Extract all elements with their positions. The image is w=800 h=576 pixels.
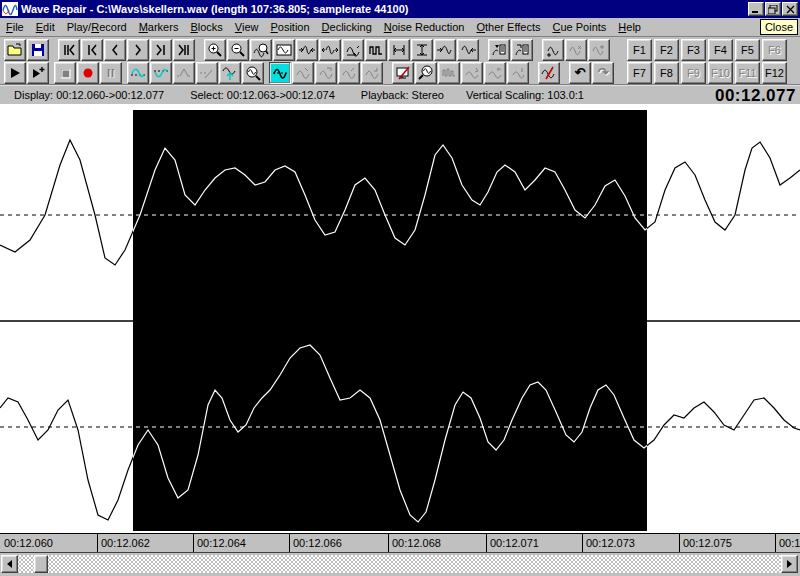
fkey-f10[interactable]: F10 bbox=[708, 62, 733, 84]
noise-tool-1-button[interactable] bbox=[438, 62, 460, 84]
zoom-out-button[interactable] bbox=[227, 39, 249, 61]
wave-tool-2-button[interactable] bbox=[588, 39, 610, 61]
fkey-f3[interactable]: F3 bbox=[681, 39, 706, 61]
goto-block-list-button[interactable] bbox=[488, 39, 510, 61]
noise-tool-3-button[interactable] bbox=[484, 62, 506, 84]
close-file-button[interactable]: Close bbox=[760, 19, 798, 35]
horizontal-scrollbar[interactable] bbox=[1, 555, 798, 573]
wave-below-line-button[interactable] bbox=[150, 62, 172, 84]
fkey-f12[interactable]: F12 bbox=[762, 62, 787, 84]
goto-end-button[interactable] bbox=[173, 39, 195, 61]
noise-grey-icon bbox=[487, 65, 503, 81]
redo-icon: ↷ bbox=[598, 66, 609, 79]
play-button[interactable] bbox=[4, 62, 26, 84]
close-button[interactable] bbox=[782, 2, 798, 16]
mute-wave-button[interactable] bbox=[538, 62, 560, 84]
menu-edit[interactable]: Edit bbox=[30, 19, 61, 35]
repair-tool-2-button[interactable] bbox=[315, 62, 337, 84]
sample-view-button[interactable] bbox=[365, 39, 387, 61]
window-title: Wave Repair - C:\Wavs\skellern.wav (leng… bbox=[21, 3, 747, 15]
display-slash-icon bbox=[395, 65, 411, 81]
goto-start-icon bbox=[61, 42, 77, 58]
repair-tool-1-button[interactable] bbox=[292, 62, 314, 84]
redraw-wave-button[interactable] bbox=[342, 39, 364, 61]
zoom-in-button[interactable] bbox=[204, 39, 226, 61]
wave-in-box-icon bbox=[276, 42, 292, 58]
redo-button[interactable]: ↷ bbox=[592, 62, 614, 84]
menu-declicking[interactable]: Declicking bbox=[316, 19, 378, 35]
display-toggle-button[interactable] bbox=[392, 62, 414, 84]
menu-cue-points[interactable]: Cue Points bbox=[546, 19, 612, 35]
fkey-f2[interactable]: F2 bbox=[654, 39, 679, 61]
repair-tool-4-button[interactable] bbox=[361, 62, 383, 84]
expand-selection-button[interactable] bbox=[457, 39, 479, 61]
noise-tool-2-button[interactable] bbox=[461, 62, 483, 84]
fkey-f8[interactable]: F8 bbox=[654, 62, 679, 84]
fkey-f6[interactable]: F6 bbox=[762, 39, 787, 61]
repair-grey-icon bbox=[364, 65, 380, 81]
record-button[interactable] bbox=[77, 62, 99, 84]
fkey-f9[interactable]: F9 bbox=[681, 62, 706, 84]
edit-block-list-button[interactable] bbox=[511, 39, 533, 61]
wave-toggle-button[interactable] bbox=[269, 62, 291, 84]
wave-toggle-icon bbox=[272, 65, 288, 81]
prev-view-button[interactable] bbox=[81, 39, 103, 61]
menu-markers[interactable]: Markers bbox=[133, 19, 185, 35]
repair-tool-3-button[interactable] bbox=[338, 62, 360, 84]
peak-tool-button[interactable] bbox=[173, 62, 195, 84]
scrollbar-left-button[interactable] bbox=[1, 555, 18, 573]
wave-tool-1-button[interactable] bbox=[565, 39, 587, 61]
fkey-f5[interactable]: F5 bbox=[735, 39, 760, 61]
measure-vertical-button[interactable] bbox=[411, 39, 433, 61]
play-from-cursor-button[interactable] bbox=[27, 62, 49, 84]
spot-wave-button[interactable] bbox=[242, 62, 264, 84]
next-view-button[interactable] bbox=[150, 39, 172, 61]
scrollbar-right-button[interactable] bbox=[781, 555, 798, 573]
pause-button[interactable] bbox=[100, 62, 122, 84]
waveform-display[interactable] bbox=[0, 104, 800, 533]
wave-above-line-button[interactable] bbox=[127, 62, 149, 84]
scrollbar-thumb[interactable] bbox=[34, 555, 48, 573]
zoom-in-horizontal-button[interactable] bbox=[296, 39, 318, 61]
menu-help[interactable]: Help bbox=[612, 19, 647, 35]
open-file-button[interactable] bbox=[4, 39, 26, 61]
measure-horizontal-button[interactable] bbox=[388, 39, 410, 61]
fkey-f4[interactable]: F4 bbox=[708, 39, 733, 61]
fkey-f1[interactable]: F1 bbox=[627, 39, 652, 61]
stop-button[interactable] bbox=[54, 62, 76, 84]
zoom-selection-button[interactable] bbox=[250, 39, 272, 61]
view-whole-wave-button[interactable] bbox=[273, 39, 295, 61]
insert-wave-button[interactable] bbox=[542, 39, 564, 61]
menu-view[interactable]: View bbox=[229, 19, 265, 35]
zoom-out-icon bbox=[230, 42, 246, 58]
shrink-selection-button[interactable] bbox=[434, 39, 456, 61]
ruler-label: 00:12.075 bbox=[683, 537, 732, 549]
fkey-f11[interactable]: F11 bbox=[735, 62, 760, 84]
menu-blocks[interactable]: Blocks bbox=[184, 19, 228, 35]
menu-position[interactable]: Position bbox=[264, 19, 315, 35]
app-icon bbox=[2, 2, 18, 16]
loop-wave-icon bbox=[345, 42, 361, 58]
noise-tool-4-button[interactable] bbox=[507, 62, 529, 84]
menu-noise-reduction[interactable]: Noise Reduction bbox=[378, 19, 471, 35]
time-ruler[interactable]: 00:12.06000:12.06200:12.06400:12.06600:1… bbox=[0, 533, 800, 553]
wave-lift-button[interactable] bbox=[219, 62, 241, 84]
menu-file[interactable]: File bbox=[0, 19, 30, 35]
ruler-label: 00:12.068 bbox=[392, 537, 441, 549]
scroll-left-button[interactable] bbox=[104, 39, 126, 61]
chevron-right-icon bbox=[130, 42, 146, 58]
restore-button[interactable] bbox=[765, 2, 781, 16]
spot-wave-2-button[interactable] bbox=[415, 62, 437, 84]
menu-play-record[interactable]: Play/Record bbox=[61, 19, 133, 35]
undo-button[interactable]: ↶ bbox=[569, 62, 591, 84]
spot-wave-icon bbox=[245, 65, 261, 81]
select-range: Select: 00:12.063->00:12.074 bbox=[190, 89, 335, 101]
slope-tool-button[interactable] bbox=[196, 62, 218, 84]
goto-start-button[interactable] bbox=[58, 39, 80, 61]
minimize-button[interactable] bbox=[748, 2, 764, 16]
scroll-right-button[interactable] bbox=[127, 39, 149, 61]
menu-other-effects[interactable]: Other Effects bbox=[470, 19, 546, 35]
zoom-out-horizontal-button[interactable] bbox=[319, 39, 341, 61]
fkey-f7[interactable]: F7 bbox=[627, 62, 652, 84]
save-file-button[interactable] bbox=[27, 39, 49, 61]
